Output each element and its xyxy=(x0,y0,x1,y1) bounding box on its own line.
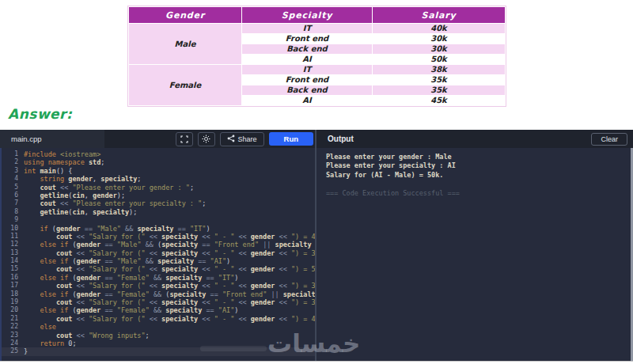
salary-cell: 50k xyxy=(373,55,506,65)
line-number: 18 xyxy=(2,290,24,298)
gender-cell: Female xyxy=(129,65,242,106)
code-line: 24 return 0; xyxy=(2,339,315,347)
code-line: 1#include <iostream> xyxy=(2,150,315,158)
output-lines: Please enter your gender : MalePlease en… xyxy=(326,153,631,180)
line-number: 11 xyxy=(2,233,24,241)
specialty-cell: Front end xyxy=(242,75,373,85)
table-row: MaleIT40k xyxy=(129,24,506,34)
fullscreen-button[interactable] xyxy=(176,132,193,146)
line-number: 4 xyxy=(2,175,24,183)
salary-table-wrap: GenderSpecialtySalary MaleIT40kFront end… xyxy=(128,6,506,106)
output-title: Output xyxy=(316,135,354,143)
code-editor: main.cpp Share xyxy=(0,130,633,362)
specialty-cell: Back end xyxy=(242,44,373,55)
line-number: 23 xyxy=(2,332,24,339)
column-header: Specialty xyxy=(242,7,373,24)
toolbar-buttons: Share Run xyxy=(176,132,316,146)
output-area: Please enter your gender : MalePlease en… xyxy=(316,148,631,361)
code-line: 20 else if (gender == "Female" && specia… xyxy=(2,306,315,314)
output-header: Output Clear xyxy=(316,130,633,148)
specialty-cell: Back end xyxy=(242,85,373,96)
tab-main-cpp[interactable]: main.cpp xyxy=(0,130,104,148)
line-number: 16 xyxy=(2,274,24,282)
share-label: Share xyxy=(238,135,257,143)
fullscreen-icon xyxy=(180,132,188,146)
salary-cell: 40k xyxy=(373,24,506,34)
line-number: 8 xyxy=(2,208,24,216)
code-line: 16 else if (gender == "Female" && specia… xyxy=(2,274,315,282)
code-line: 13 cout << "Salary for (" << specialty <… xyxy=(2,249,315,257)
code-line: 8 getline(cin, specialty); xyxy=(2,208,315,216)
share-icon xyxy=(227,135,235,144)
line-number: 21 xyxy=(2,315,24,323)
salary-table: GenderSpecialtySalary MaleIT40kFront end… xyxy=(128,6,506,106)
code-line: 18 else if (gender == "Female" && (speci… xyxy=(2,290,315,298)
salary-cell: 35k xyxy=(373,75,506,85)
line-number: 14 xyxy=(2,257,24,265)
specialty-cell: IT xyxy=(242,65,373,75)
column-header: Salary xyxy=(373,7,506,24)
code-line: 5 cout << "Please enter your gender : "; xyxy=(2,184,315,191)
specialty-cell: IT xyxy=(242,24,373,34)
column-header: Gender xyxy=(129,7,242,24)
tab-label: main.cpp xyxy=(11,135,42,143)
line-number: 17 xyxy=(2,282,24,290)
output-line: Please enter your gender : Male xyxy=(326,153,631,161)
run-button[interactable]: Run xyxy=(269,132,313,146)
line-number: 10 xyxy=(2,225,24,233)
line-number: 13 xyxy=(2,249,24,257)
line-number: 9 xyxy=(2,216,24,224)
table-row: FemaleIT38k xyxy=(129,65,506,75)
code-line: 21 cout << "Salary for (" << specialty <… xyxy=(2,315,315,323)
code-area[interactable]: 1#include <iostream>2using namespace std… xyxy=(2,148,315,361)
code-line: 9 xyxy=(2,216,315,224)
salary-cell: 35k xyxy=(373,85,506,96)
clear-button[interactable]: Clear xyxy=(591,133,627,146)
line-number: 5 xyxy=(2,184,24,191)
output-line: Please enter your specialty : AI xyxy=(326,161,631,170)
code-line: 19 cout << "Salary for (" << specialty <… xyxy=(2,298,315,306)
output-line: Salary for (AI - Male) = 50k. xyxy=(326,171,631,180)
code-line: 7 cout << "Please enter your specialty :… xyxy=(2,199,315,207)
code-line: 23 cout << "Wrong inputs"; xyxy=(2,332,315,339)
sun-icon xyxy=(202,132,210,146)
line-number: 2 xyxy=(2,158,24,166)
code-line: 10 if (gender == "Male" && specialty == … xyxy=(2,225,315,233)
code-line: 14 else if (gender == "Male" && specialt… xyxy=(2,257,315,265)
code-line: 11 cout << "Salary for (" << specialty <… xyxy=(2,233,315,241)
code-line: 6 getline(cin, gender); xyxy=(2,191,315,199)
line-number: 22 xyxy=(2,323,24,331)
share-button[interactable]: Share xyxy=(220,132,264,146)
line-number: 24 xyxy=(2,339,24,347)
gender-cell: Male xyxy=(129,24,242,65)
scrollbar-horizontal-thumb[interactable] xyxy=(200,346,267,351)
code-line: 2using namespace std; xyxy=(2,158,315,166)
line-number: 7 xyxy=(2,199,24,207)
line-number: 25 xyxy=(2,347,24,355)
specialty-cell: AI xyxy=(242,96,373,106)
toolbar-left: main.cpp Share xyxy=(0,130,315,148)
code-line: 3int main() { xyxy=(2,167,315,175)
line-number: 12 xyxy=(2,241,24,248)
salary-cell: 30k xyxy=(373,34,506,44)
code-line: 4 string gender, specialty; xyxy=(2,175,315,183)
code-line: 12 else if (gender == "Male" && (special… xyxy=(2,241,315,248)
salary-cell: 38k xyxy=(373,65,506,75)
execution-status: === Code Execution Successful === xyxy=(326,189,631,198)
theme-toggle-button[interactable] xyxy=(198,132,215,146)
line-number: 1 xyxy=(2,150,24,158)
line-number: 15 xyxy=(2,265,24,273)
salary-cell: 45k xyxy=(373,96,506,106)
code-line: 25} xyxy=(2,347,315,355)
specialty-cell: AI xyxy=(242,55,373,65)
specialty-cell: Front end xyxy=(242,34,373,44)
code-line: 15 cout << "Salary for (" << specialty <… xyxy=(2,265,315,273)
line-number: 19 xyxy=(2,298,24,306)
code-line: 17 cout << "Salary for (" << specialty <… xyxy=(2,282,315,290)
editor-toolbar: main.cpp Share xyxy=(0,130,633,148)
code-line: 22 else xyxy=(2,323,315,331)
salary-table-header: GenderSpecialtySalary xyxy=(129,7,506,24)
line-number: 6 xyxy=(2,191,24,199)
salary-cell: 30k xyxy=(373,44,506,55)
answer-label: Answer: xyxy=(8,106,72,122)
